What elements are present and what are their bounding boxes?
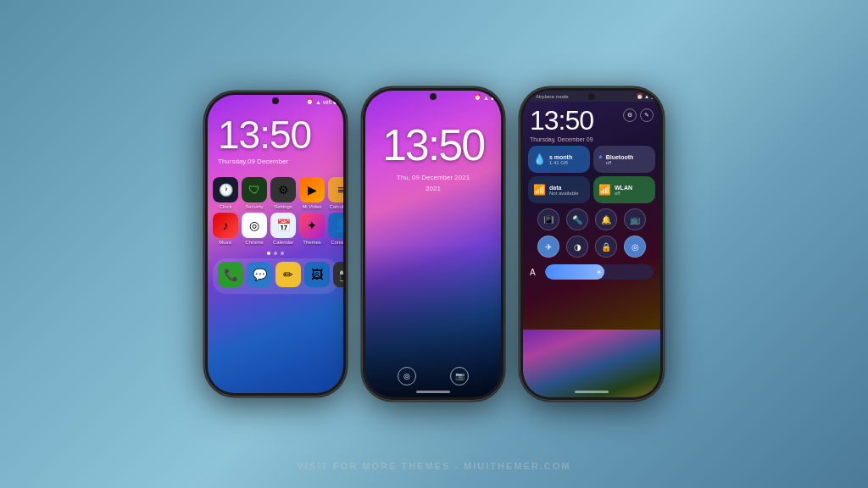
- bottom-dock: 📞 💬 ✏ 🖼 📷: [213, 258, 338, 294]
- clock-icon: 🕐: [213, 177, 238, 202]
- app-mivideo[interactable]: ▶ Mi Video: [299, 177, 325, 209]
- music-icon: ♪: [213, 213, 238, 238]
- notch-3: [588, 93, 595, 100]
- screen-3: ✈ Airplane mode ⏰ ▲ ▮ 13:50 Thursday, De…: [523, 91, 660, 397]
- auto-brightness-label: A: [530, 268, 542, 277]
- location-btn[interactable]: ◎: [624, 236, 646, 258]
- date-display-1: Thursday,09 December: [208, 158, 343, 170]
- notch-2: [430, 93, 437, 100]
- tile-signal-title: data: [549, 185, 585, 191]
- alarm-icon-2: ⏰: [474, 94, 481, 101]
- lock-buttons: ◎ 📷: [398, 367, 469, 385]
- time-display-1: 13:50: [208, 107, 343, 158]
- contacts-icon: 👤: [328, 213, 343, 238]
- settings-icon: ⚙: [270, 177, 296, 202]
- themes-icon: ✦: [299, 213, 325, 238]
- signal-icon: ▲: [315, 99, 321, 105]
- brightness-fill: ☀: [545, 264, 604, 280]
- app-calculator[interactable]: ≡ Calculator: [328, 177, 343, 209]
- brightness-bar[interactable]: ☀: [545, 264, 654, 280]
- app-contacts[interactable]: 👤 Contacts: [328, 213, 343, 245]
- alarm-icon-3: ⏰: [637, 93, 643, 99]
- app-grid-1: 🕐 Clock 🛡 Security ⚙ Settings ▶ Mi Video…: [208, 174, 343, 248]
- tile-bluetooth[interactable]: * Bluetooth off: [593, 146, 655, 173]
- app-clock[interactable]: 🕐 Clock: [213, 177, 238, 209]
- screen-1: ⏰ ▲ wifi ▮ 13:50 Thursday,09 December 🕐 …: [208, 95, 343, 393]
- screen-2: ⏰ ▲ ▮ 13:50 Thu, 09 December 2021 2021 ◎…: [365, 91, 501, 397]
- notch-1: [272, 97, 279, 104]
- clock-label: Clock: [219, 204, 231, 209]
- dock-notes[interactable]: ✏: [275, 262, 301, 287]
- signal-icon-2: ▲: [483, 95, 489, 101]
- status-icons-2: ⏰ ▲ ▮: [474, 94, 494, 101]
- tile-bt-status: off: [606, 160, 650, 165]
- contrast-btn[interactable]: ◑: [566, 236, 588, 258]
- year-display-2: 2021: [365, 185, 501, 192]
- dnd-btn[interactable]: 🔔: [595, 208, 617, 230]
- contacts-label: Contacts: [331, 240, 343, 245]
- watermark: VISIT FOR MORE THEMES - MIUITHEMER.COM: [298, 461, 571, 471]
- camera-icon: 📷: [333, 262, 343, 287]
- airplane-btn[interactable]: ✈: [537, 236, 559, 258]
- lock-btn[interactable]: 🔒: [595, 236, 617, 258]
- tile-bt-text: Bluetooth off: [606, 154, 650, 165]
- tile-data-title: s month: [549, 154, 585, 160]
- lock-btn-left[interactable]: ◎: [398, 367, 416, 385]
- dock-camera[interactable]: 📷: [333, 262, 343, 287]
- dot-1: [267, 252, 270, 255]
- tile-wlan-text: WLAN off: [615, 185, 650, 196]
- settings-btn[interactable]: ⚙: [623, 108, 637, 122]
- ctrl-wallpaper: [523, 330, 660, 397]
- tile-signal-text: data Not available: [549, 185, 585, 196]
- security-label: Security: [245, 204, 264, 209]
- lock-btn-right[interactable]: 📷: [450, 367, 469, 385]
- dot-3: [281, 252, 284, 255]
- gallery-icon: 🖼: [304, 262, 330, 287]
- airplane-icon: ✈: [530, 93, 534, 99]
- ctrl-date: Thursday, December 09: [530, 136, 593, 142]
- phone-3: ✈ Airplane mode ⏰ ▲ ▮ 13:50 Thursday, De…: [520, 87, 664, 401]
- tile-wlan[interactable]: 📶 WLAN off: [593, 176, 655, 203]
- app-security[interactable]: 🛡 Security: [242, 177, 267, 209]
- alarm-icon: ⏰: [306, 98, 314, 105]
- phones-container: ⏰ ▲ wifi ▮ 13:50 Thursday,09 December 🕐 …: [204, 87, 664, 401]
- tile-data-value: 1.41 GB: [549, 160, 585, 165]
- chrome-label: Chrome: [245, 240, 263, 245]
- app-music[interactable]: ♪ Music: [213, 213, 238, 245]
- date-display-2: Thu, 09 December 2021: [365, 170, 501, 185]
- tile-wlan-label: WLAN: [615, 185, 650, 191]
- battery-icon-3: ▮: [651, 93, 654, 99]
- themes-label: Themes: [303, 240, 321, 245]
- app-chrome[interactable]: ◎ Chrome: [242, 213, 267, 245]
- wlan-icon: 📶: [598, 184, 611, 196]
- quick-actions-row2: ✈ ◑ 🔒 ◎: [523, 232, 660, 261]
- signal-icon-3: ▲: [644, 94, 649, 99]
- tile-bt-label: Bluetooth: [606, 154, 650, 160]
- calendar-icon: 📅: [270, 213, 296, 238]
- screen-cast-btn[interactable]: 📺: [624, 208, 646, 230]
- phone-2: ⏰ ▲ ▮ 13:50 Thu, 09 December 2021 2021 ◎…: [362, 87, 504, 401]
- tile-mobile-data[interactable]: 💧 s month 1.41 GB: [528, 146, 590, 173]
- phone-icon: 📞: [218, 262, 243, 287]
- edit-btn[interactable]: ✎: [640, 108, 654, 122]
- time-display-2: 13:50: [365, 103, 501, 170]
- tile-wlan-status: off: [615, 191, 650, 196]
- home-bar-2: [416, 391, 450, 393]
- tile-data-text: s month 1.41 GB: [549, 154, 585, 165]
- app-calendar[interactable]: 📅 Calendar: [270, 213, 296, 245]
- app-themes[interactable]: ✦ Themes: [299, 213, 325, 245]
- flashlight-btn[interactable]: 🔦: [566, 208, 588, 230]
- dock-phone[interactable]: 📞: [218, 262, 243, 287]
- music-label: Music: [219, 240, 232, 245]
- calendar-label: Calendar: [273, 240, 293, 245]
- tile-signal[interactable]: 📶 data Not available: [528, 176, 590, 203]
- vibrate-btn[interactable]: 📳: [537, 208, 559, 230]
- dock-gallery[interactable]: 🖼: [304, 262, 330, 287]
- quick-tiles: 💧 s month 1.41 GB * Bluetooth off: [523, 146, 660, 203]
- phone-1: ⏰ ▲ wifi ▮ 13:50 Thursday,09 December 🕐 …: [204, 92, 347, 396]
- dock-messages[interactable]: 💬: [247, 262, 272, 287]
- quick-actions-row1: 📳 🔦 🔔 📺: [523, 207, 660, 232]
- page-dots: [208, 248, 343, 258]
- app-settings[interactable]: ⚙ Settings: [270, 177, 296, 209]
- dot-2: [274, 252, 277, 255]
